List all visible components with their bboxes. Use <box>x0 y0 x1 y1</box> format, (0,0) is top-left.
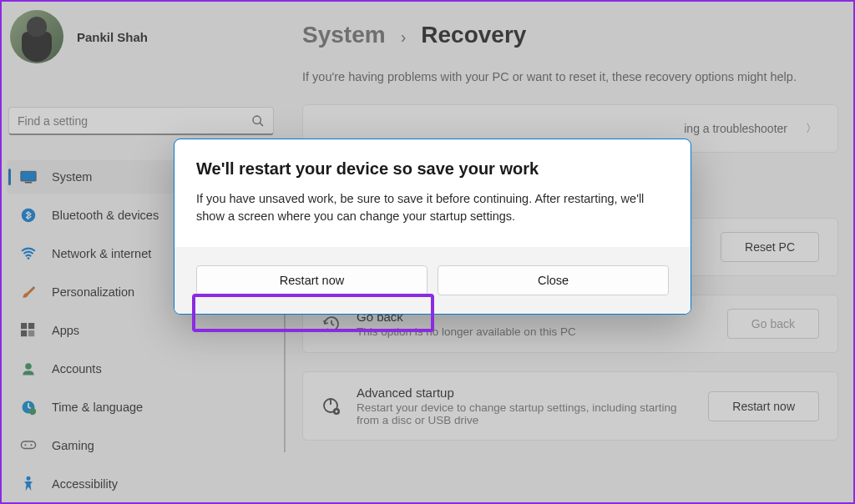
dialog-restart-button[interactable]: Restart now <box>196 265 428 295</box>
dialog-close-button[interactable]: Close <box>438 265 669 295</box>
dialog-text: If you have unsaved work, be sure to sav… <box>196 190 669 225</box>
restart-dialog: We'll restart your device so save your w… <box>174 139 691 315</box>
dialog-title: We'll restart your device so save your w… <box>196 159 669 179</box>
